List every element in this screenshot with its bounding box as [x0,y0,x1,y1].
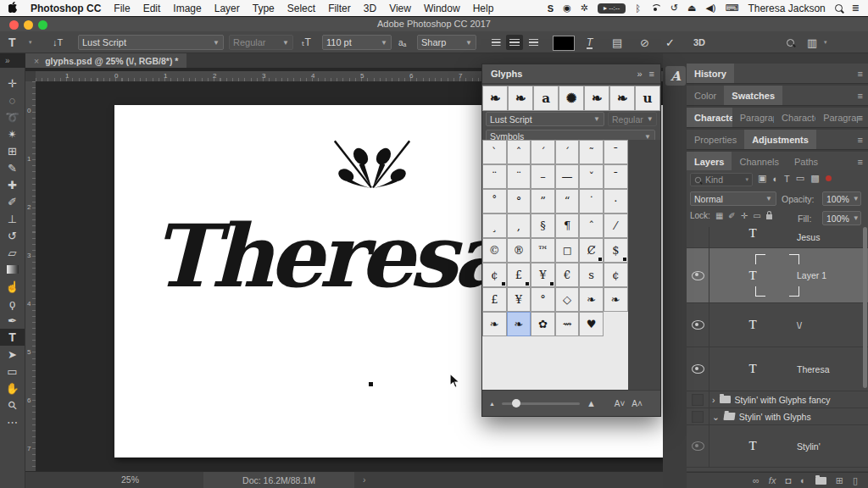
glyph-cell-r1c5[interactable]: ¯ [604,164,628,189]
group-collapsed-arrow-icon[interactable]: › [712,395,715,405]
tab-character[interactable]: Character [687,108,732,127]
glyph-cell-r5c5[interactable]: ¢ [604,263,628,287]
recent-glyph-cell-1[interactable]: ❧ [508,86,533,111]
time-machine-icon[interactable]: ↺ [670,3,678,14]
glyph-cell-r2c0[interactable]: ˚ [482,189,507,214]
warp-text-icon[interactable]: T [587,36,593,49]
glyph-cell-r1c4[interactable]: ˇ [579,164,604,189]
magic-wand-tool[interactable]: ✴ [0,125,25,142]
glyph-cell-r3c4[interactable]: ˆ [579,214,604,238]
workspace-switcher-icon[interactable]: ▥ [807,35,817,50]
tab-paragrap[interactable]: Paragrap [732,108,774,127]
glyph-cell-r5c3[interactable]: € [555,263,580,287]
volume-icon[interactable]: ◀) [705,3,715,14]
3d-mode-label[interactable]: 3D [693,35,705,50]
glyph-cell-r1c0[interactable]: ¨ [482,164,507,189]
hand-tool[interactable]: ✋ [0,380,25,396]
input-source-icon[interactable]: ⌨ [726,3,739,14]
layer-row-stylin-with-glyphs-fancy[interactable]: ›Stylin' with Glyphs fancy [687,391,868,408]
menu-item-window[interactable]: Window [424,3,460,14]
filter-type-icon-2[interactable]: T [784,174,790,184]
glyph-cell-r2c1[interactable]: ° [507,189,531,214]
lasso-tool[interactable]: ➰ [0,108,25,125]
menu-item-edit[interactable]: Edit [143,3,161,14]
wifi-icon[interactable] [650,4,661,12]
eye-icon[interactable] [692,271,704,280]
toolbar-collapse-icon[interactable]: » [5,56,10,65]
filter-type-icon-0[interactable]: ▣ [758,173,766,184]
new-layer-icon[interactable]: ⊞ [836,475,843,486]
bluetooth-icon[interactable]: ᛒ [635,3,641,14]
eraser-tool[interactable]: ▱ [0,244,25,261]
recent-glyph-cell-2[interactable]: a [533,86,559,111]
layer-visibility-cell[interactable] [687,303,709,347]
glyph-cell-r2c5[interactable]: · [604,189,628,214]
tab-color[interactable]: Color [687,86,724,105]
cancel-edit-icon[interactable]: ⊘ [640,35,649,50]
commit-edit-icon[interactable]: ✓ [665,35,675,50]
path-selection-tool[interactable]: ➤ [0,346,25,363]
eye-icon[interactable] [692,364,704,374]
panel-menu-icon[interactable]: ≡ [858,152,868,171]
status-chevron-icon[interactable]: › [363,474,366,485]
font-size-select[interactable]: 110 pt▼ [322,35,392,50]
glyph-cell-r7c0[interactable]: ❧ [482,312,507,336]
panel-menu-icon[interactable]: ≡ [649,69,654,79]
text-layer-thumbnail[interactable]: T [709,248,797,302]
lock-all-icon[interactable] [766,214,772,219]
blend-mode-select[interactable]: Normal▼ [690,191,776,206]
current-tool-icon[interactable]: T [8,35,16,50]
glyph-scale-up-icon[interactable]: A˄ [632,399,643,408]
align-center-button[interactable] [506,35,523,50]
glyph-cell-r4c3[interactable]: ◻ [555,238,580,263]
spotlight-icon[interactable] [835,4,843,12]
clone-stamp-tool[interactable]: ⊥ [0,210,25,227]
new-group-icon[interactable] [815,477,826,485]
glyph-cell-r3c0[interactable]: ¸ [482,214,507,238]
healing-brush-tool[interactable]: ✚ [0,176,25,193]
collapse-panel-icon[interactable]: » [637,69,642,79]
document-size-info[interactable]: Doc: 16.2M/88.1M [203,472,354,488]
lock-icon-0[interactable]: ▦ [715,211,723,220]
text-layer-thumbnail[interactable]: T [709,425,797,467]
filter-toggle-icon[interactable] [826,175,832,181]
glyph-cell-r2c3[interactable]: “ [555,189,580,214]
align-right-button[interactable] [525,35,542,50]
glyph-scale-down-icon[interactable]: A˅ [615,399,626,408]
glyph-cell-r6c1[interactable]: ¥ [507,287,531,312]
menu-item-help[interactable]: Help [473,3,494,14]
panel-menu-icon[interactable]: ≡ [858,130,868,149]
glyph-cell-r4c2[interactable]: ™ [531,238,555,263]
glyph-cell-r3c1[interactable]: , [507,214,531,238]
layer-row-theresa[interactable]: TTheresa [687,347,868,391]
glyph-font-family-select[interactable]: Lust Script▼ [486,112,604,126]
panel-menu-icon[interactable]: ≡ [858,86,868,105]
align-left-button[interactable] [487,35,504,50]
layer-visibility-cell[interactable] [687,347,709,391]
glyph-cell-r6c3[interactable]: ◇ [555,287,580,312]
glyph-zoom-out-icon[interactable]: ▲ [489,401,495,407]
tool-preset-chevron-icon[interactable]: ▾ [29,35,32,50]
glyph-cell-r4c1[interactable]: ® [507,238,531,263]
layer-visibility-cell[interactable] [687,425,709,467]
glyph-cell-r4c0[interactable]: © [482,238,507,263]
layer-row-stylin-[interactable]: TStylin' [687,425,868,468]
anti-alias-select[interactable]: Sharp▼ [417,35,476,50]
menu-item-filter[interactable]: Filter [328,3,351,14]
text-layer-thumbnail[interactable]: T [709,303,797,347]
glyph-cell-r0c4[interactable]: ˜ [579,140,604,164]
smudge-tool[interactable]: ☝ [0,278,25,295]
glyph-cell-r7c1[interactable]: ❧ [507,312,531,336]
tab-characte[interactable]: Characte [774,108,815,127]
glyph-cell-r5c1[interactable]: £ [507,263,531,287]
menu-item-view[interactable]: View [389,3,411,14]
glyph-cell-r0c1[interactable]: ˆ [507,140,531,164]
menu-item-image[interactable]: Image [173,3,201,14]
panel-menu-icon[interactable]: ≡ [858,108,868,127]
adjustment-layer-icon[interactable]: ◐ [800,475,806,485]
opacity-value-box[interactable]: 100%▼ [822,191,861,206]
creative-cloud-icon[interactable]: ◉ [563,3,571,14]
glyph-cell-r7c4[interactable]: ♥ [579,312,604,336]
filter-type-icon-4[interactable]: ▩ [810,173,819,184]
document-tab[interactable]: × glyphs.psd @ 25% (\/, RGB/8*) * [25,53,186,68]
